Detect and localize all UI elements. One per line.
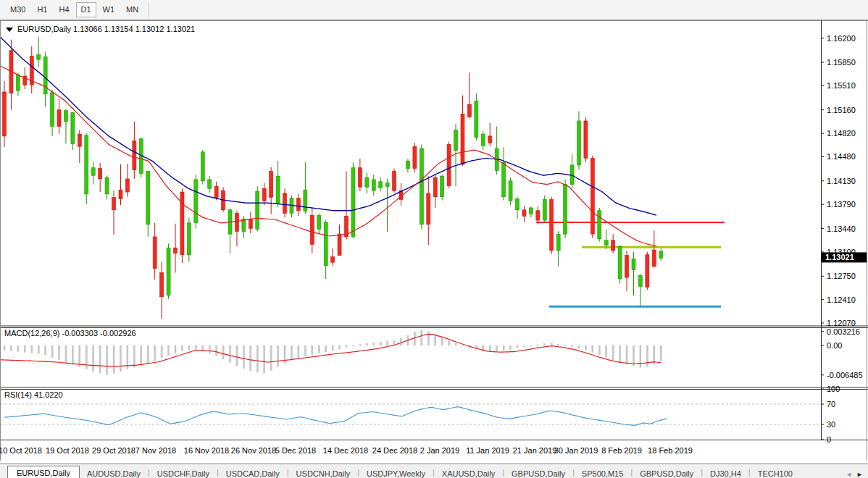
timeframe-button-H4[interactable]: H4 (54, 2, 74, 17)
macd-bar (373, 343, 375, 345)
macd-bar (475, 345, 477, 350)
tab-usdjpy-weekly[interactable]: USDJPY,Weekly (359, 467, 433, 478)
date-label: 26 Nov 2018 (231, 446, 276, 455)
current-price-value: 1.13021 (825, 253, 854, 261)
date-label: 16 Nov 2018 (184, 446, 229, 455)
tab-scroll-right-icon[interactable]: ► (854, 471, 865, 478)
candle (64, 111, 67, 122)
candle (481, 134, 485, 146)
macd-bar (154, 345, 156, 361)
candle (208, 180, 212, 188)
timeframe-button-H1[interactable]: H1 (32, 2, 52, 17)
price-tick-label: 1.15850 (827, 58, 856, 67)
macd-bar (435, 334, 436, 345)
price-tick-label: 1.12750 (827, 272, 856, 280)
macd-bar (93, 345, 94, 372)
macd-bar (544, 344, 546, 345)
macd-bar (633, 345, 634, 366)
candle (638, 275, 642, 286)
candle (187, 223, 191, 255)
candle (454, 130, 458, 151)
macd-bar (592, 345, 593, 352)
macd-bar (496, 345, 498, 351)
macd-bar (523, 345, 525, 347)
chart-canvas[interactable]: 1.162001.158501.155101.151601.148201.144… (0, 20, 868, 461)
candle (125, 179, 129, 192)
macd-bar (619, 345, 621, 363)
candle (153, 237, 157, 269)
macd-bar (161, 345, 162, 358)
chart-area[interactable]: 1.162001.158501.155101.151601.148201.144… (0, 20, 868, 464)
macd-bar (517, 345, 518, 348)
macd-bar (141, 345, 142, 366)
tab-scroll-left-icon[interactable]: ◄ (843, 471, 854, 478)
macd-bar (612, 345, 614, 360)
tab-eurusd-daily[interactable]: EURUSD,Daily (7, 466, 80, 478)
tab-sp500-m15[interactable]: SP500,M15 (575, 467, 630, 478)
price-tick-label: 1.15160 (827, 106, 856, 114)
macd-bar (462, 345, 463, 346)
candle (612, 240, 615, 251)
macd-bar (646, 345, 648, 366)
candle (201, 152, 204, 181)
timeframe-button-W1[interactable]: W1 (98, 2, 120, 17)
macd-bar (510, 345, 512, 350)
macd-bar (222, 345, 224, 359)
macd-bar (558, 344, 559, 345)
macd-bar (359, 345, 361, 345)
macd-bar (380, 342, 381, 345)
timeframe-button-D1[interactable]: D1 (76, 2, 96, 17)
macd-bar (107, 345, 108, 374)
tab-gbpusd-daily[interactable]: GBPUSD,Daily (504, 467, 572, 478)
macd-bar (318, 345, 320, 353)
macd-bar (45, 345, 46, 355)
macd-bar (585, 345, 586, 350)
tab-dj30-h4[interactable]: DJ30,H4 (703, 467, 748, 478)
date-label: 2 Jan 2019 (420, 446, 459, 455)
candle (167, 248, 170, 295)
macd-bar (427, 332, 429, 345)
tab-usdcnh-daily[interactable]: USDCNH,Daily (289, 467, 358, 478)
macd-bar (99, 345, 101, 373)
macd-bar (564, 345, 566, 346)
candle (310, 215, 314, 244)
tab-tech100[interactable]: TECH100 (751, 467, 800, 478)
candle (37, 55, 41, 60)
rsi-axis-label: 30 (827, 420, 835, 429)
macd-bar (168, 345, 170, 356)
macd-bar (79, 345, 80, 367)
macd-bar (59, 345, 60, 360)
macd-bar (264, 345, 265, 373)
macd-bar (236, 345, 238, 366)
tab-audusd-daily[interactable]: AUDUSD,Daily (80, 467, 148, 478)
macd-bar (270, 345, 272, 370)
macd-bar (72, 345, 73, 365)
tab-scroll-arrows: ◄► (843, 471, 865, 478)
date-label: 19 Oct 2018 (46, 446, 89, 455)
macd-bar (503, 345, 504, 351)
macd-bar (4, 345, 5, 351)
chart-background (0, 20, 868, 461)
macd-bar (216, 345, 217, 356)
tab-xauusd-daily[interactable]: XAUUSD,Daily (435, 467, 502, 478)
candle (447, 144, 451, 185)
tab-usdcad-daily[interactable]: USDCAD,Daily (219, 467, 287, 478)
candle (379, 182, 383, 188)
macd-bar (38, 345, 39, 353)
tab-usdchf-daily[interactable]: USDCHF,Daily (150, 467, 217, 478)
macd-bar (660, 345, 662, 361)
macd-bar (175, 345, 176, 353)
timeframe-button-MN[interactable]: MN (121, 2, 143, 17)
candle (194, 180, 198, 223)
macd-bar (325, 345, 327, 352)
macd-bar (606, 345, 607, 357)
macd-bar (441, 337, 443, 345)
timeframe-button-M30[interactable]: M30 (5, 2, 30, 17)
macd-bar (181, 345, 183, 351)
macd-bar (133, 345, 135, 367)
macd-bar (530, 345, 532, 346)
macd-bar (448, 340, 450, 345)
tab-gbpusd-daily[interactable]: GBPUSD,Daily (633, 467, 701, 478)
date-label: 11 Jan 2019 (466, 446, 509, 455)
candle (488, 136, 492, 143)
